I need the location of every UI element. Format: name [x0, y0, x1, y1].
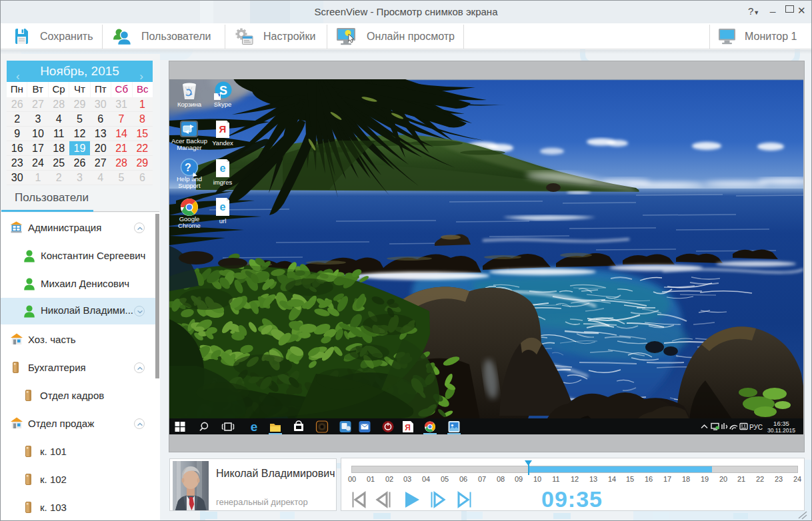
- svg-text:30.11.2015: 30.11.2015: [767, 427, 795, 434]
- svg-text:url: url: [219, 217, 227, 225]
- svg-text:?: ?: [185, 162, 191, 173]
- svg-text:e: e: [251, 420, 258, 434]
- svg-text:Я: Я: [405, 423, 411, 432]
- svg-text:Корзина: Корзина: [177, 101, 202, 108]
- svg-text:16:35: 16:35: [773, 420, 789, 427]
- svg-text:Skype: Skype: [214, 101, 231, 108]
- svg-text:Я: Я: [219, 123, 227, 135]
- svg-text:Support: Support: [178, 182, 201, 189]
- svg-text:imgres: imgres: [213, 179, 233, 186]
- svg-text:e: e: [220, 163, 226, 174]
- svg-text:Chrome: Chrome: [178, 222, 201, 229]
- svg-text:Yandex: Yandex: [212, 139, 233, 147]
- svg-text:Manager: Manager: [177, 144, 202, 151]
- svg-text:РУС: РУС: [749, 424, 763, 431]
- svg-text:e: e: [220, 201, 226, 213]
